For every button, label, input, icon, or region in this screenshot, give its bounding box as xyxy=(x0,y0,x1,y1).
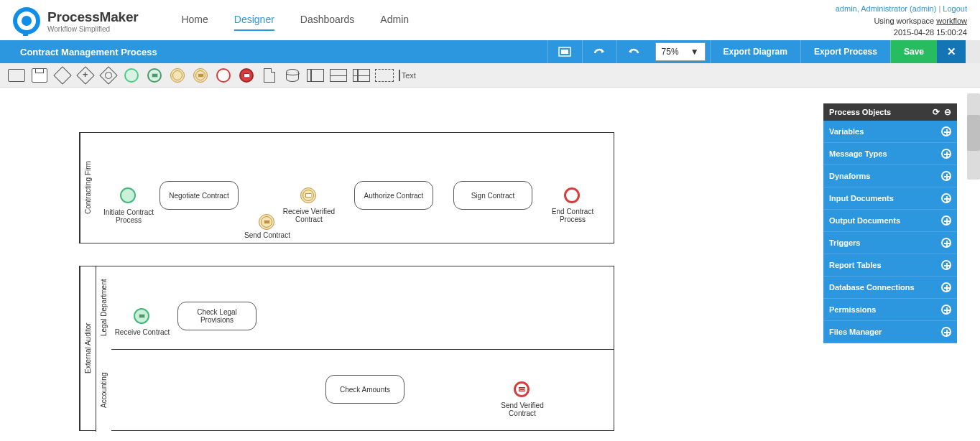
panel-item-input-documents[interactable]: Input Documents xyxy=(823,187,957,210)
undo-icon xyxy=(627,47,640,57)
zoom-value: 75% xyxy=(662,47,679,57)
tool-lane[interactable] xyxy=(329,67,348,84)
task-negotiate-contract[interactable]: Negotiate Contract xyxy=(160,181,239,210)
add-icon[interactable] xyxy=(941,305,951,315)
nav-admin[interactable]: Admin xyxy=(380,14,409,31)
event-end-contract[interactable] xyxy=(564,187,580,203)
nav-designer[interactable]: Designer xyxy=(234,14,274,31)
task-authorize-contract[interactable]: Authorize Contract xyxy=(354,181,433,210)
app-header: ProcessMaker Workflow Simplified Home De… xyxy=(0,0,980,40)
redo-button[interactable] xyxy=(582,40,616,63)
add-icon[interactable] xyxy=(941,193,951,203)
redo-icon xyxy=(593,47,606,57)
save-button[interactable]: Save xyxy=(890,40,937,63)
tool-group[interactable] xyxy=(375,67,394,84)
tool-intermediate-event[interactable] xyxy=(168,67,187,84)
add-icon[interactable] xyxy=(941,126,951,136)
tool-end-message-event[interactable] xyxy=(237,67,256,84)
main-nav: Home Designer Dashboards Admin xyxy=(181,14,409,31)
zoom-select[interactable]: 75%▼ xyxy=(655,42,706,61)
panel-collapse-icon[interactable]: ⊖ xyxy=(944,107,951,117)
panel-item-report-tables[interactable]: Report Tables xyxy=(823,254,957,277)
lane-label-legal: Legal Department xyxy=(96,266,111,349)
export-process-button[interactable]: Export Process xyxy=(800,40,890,63)
fullscreen-icon xyxy=(558,47,571,57)
panel-item-permissions[interactable]: Permissions xyxy=(823,299,957,321)
brand-name: ProcessMaker xyxy=(47,9,138,25)
event-send-verified-contract[interactable] xyxy=(514,381,530,397)
process-objects-panel: Process Objects ⟳ ⊖ Variables Message Ty… xyxy=(823,103,957,343)
panel-item-output-documents[interactable]: Output Documents xyxy=(823,210,957,232)
tool-gateway-inclusive[interactable] xyxy=(99,67,118,84)
close-icon: ✕ xyxy=(947,45,956,58)
close-button[interactable]: ✕ xyxy=(937,40,966,63)
tool-gateway-parallel[interactable] xyxy=(76,67,95,84)
tool-pool-lanes[interactable] xyxy=(352,67,371,84)
header-user-area: admin, Administrator (admin) | Logout Us… xyxy=(836,3,967,39)
undo-button[interactable] xyxy=(616,40,651,63)
event-end-contract-label: End Contract Process xyxy=(540,208,605,223)
panel-item-triggers[interactable]: Triggers xyxy=(823,232,957,254)
timestamp: 2015-04-28 15:00:24 xyxy=(836,27,967,39)
fullscreen-button[interactable] xyxy=(547,40,582,63)
export-diagram-button[interactable]: Export Diagram xyxy=(710,40,800,63)
event-initiate-contract-label: Initiate Contract Process xyxy=(96,208,161,224)
panel-item-message-types[interactable]: Message Types xyxy=(823,143,957,165)
panel-item-dynaforms[interactable]: Dynaforms xyxy=(823,165,957,187)
bpmn-palette: Text xyxy=(0,63,980,88)
event-send-verified-contract-label: Send Verified Contract xyxy=(490,401,555,417)
pool-label-external-auditor: External Auditor xyxy=(80,266,96,430)
event-receive-contract[interactable] xyxy=(134,308,149,324)
scrollbar-thumb[interactable] xyxy=(967,115,980,151)
add-icon[interactable] xyxy=(941,149,951,159)
add-icon[interactable] xyxy=(941,215,951,226)
tool-start-event[interactable] xyxy=(122,67,141,84)
tool-gateway[interactable] xyxy=(53,67,72,84)
event-send-contract-label: Send Contract xyxy=(235,231,300,239)
task-check-legal[interactable]: Check Legal Provisions xyxy=(177,302,256,330)
event-initiate-contract[interactable] xyxy=(120,187,136,203)
vertical-scrollbar[interactable] xyxy=(967,93,980,180)
logo[interactable]: ProcessMaker Workflow Simplified xyxy=(13,7,138,34)
panel-refresh-icon[interactable]: ⟳ xyxy=(933,107,940,117)
process-toolbar: Contract Management Process 75%▼ Export … xyxy=(0,40,980,63)
logout-link[interactable]: Logout xyxy=(943,4,967,13)
add-icon[interactable] xyxy=(941,327,951,337)
event-receive-contract-label: Receive Contract xyxy=(110,328,175,336)
bluebar-scroll xyxy=(966,40,980,63)
pool-label-contracting-firm: Contracting Firm xyxy=(80,133,96,243)
lane-separator xyxy=(96,349,614,350)
add-icon[interactable] xyxy=(941,238,951,248)
task-sign-contract[interactable]: Sign Contract xyxy=(453,181,532,210)
add-icon[interactable] xyxy=(941,260,951,270)
panel-item-files-manager[interactable]: Files Manager xyxy=(823,321,957,343)
tool-task[interactable] xyxy=(7,67,26,84)
tool-start-message-event[interactable] xyxy=(145,67,164,84)
process-objects-header: Process Objects ⟳ ⊖ xyxy=(823,103,957,121)
tool-save[interactable] xyxy=(30,67,49,84)
chevron-down-icon: ▼ xyxy=(690,47,699,57)
panel-item-variables[interactable]: Variables xyxy=(823,121,957,143)
svg-rect-1 xyxy=(561,50,568,54)
event-receive-verified-contract-label: Receive Verified Contract xyxy=(277,208,341,223)
add-icon[interactable] xyxy=(941,282,951,292)
nav-home[interactable]: Home xyxy=(181,14,208,31)
tool-text-annotation[interactable]: Text xyxy=(398,67,417,84)
tool-data-object[interactable] xyxy=(260,67,279,84)
tool-pool[interactable] xyxy=(306,67,325,84)
task-check-amounts[interactable]: Check Amounts xyxy=(325,375,405,404)
tool-end-event[interactable] xyxy=(214,67,233,84)
workspace-info: Using workspace workflow xyxy=(836,15,967,27)
tool-datastore[interactable] xyxy=(283,67,302,84)
add-icon[interactable] xyxy=(941,171,951,181)
nav-dashboards[interactable]: Dashboards xyxy=(300,14,355,31)
event-receive-verified-contract[interactable] xyxy=(300,187,316,203)
workspace-name[interactable]: workflow xyxy=(936,17,967,25)
lane-label-accounting: Accounting xyxy=(96,349,111,432)
panel-item-database-connections[interactable]: Database Connections xyxy=(823,277,957,299)
tool-intermediate-message-event[interactable] xyxy=(191,67,210,84)
user-link[interactable]: admin, Administrator (admin) xyxy=(836,4,937,13)
process-title: Contract Management Process xyxy=(20,47,157,57)
brand-tagline: Workflow Simplified xyxy=(47,25,138,33)
event-send-contract[interactable] xyxy=(259,214,274,230)
